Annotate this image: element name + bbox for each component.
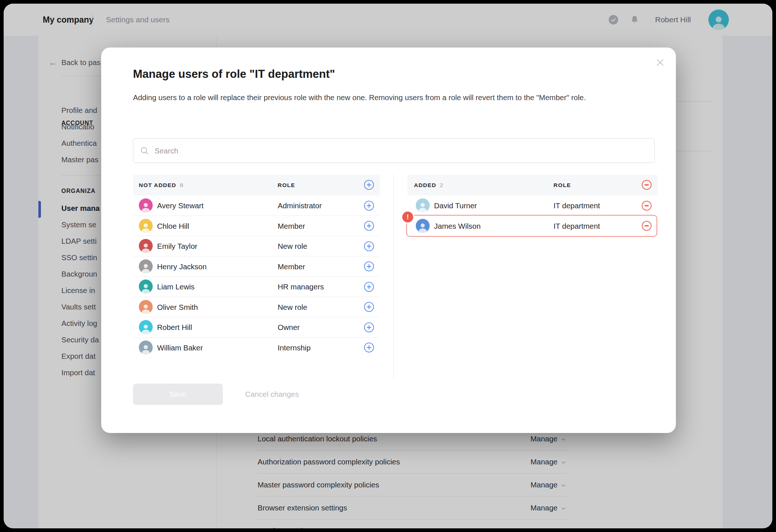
- user-role: Internship: [278, 338, 311, 358]
- user-row: William Baker Internship: [133, 338, 380, 358]
- added-count: 2: [440, 182, 443, 189]
- add-user-button[interactable]: [364, 261, 374, 271]
- user-name: Chloe Hill: [157, 216, 189, 236]
- role-column-header: ROLE: [554, 182, 571, 189]
- user-row: David Turner IT department: [407, 195, 658, 216]
- user-role: HR managers: [278, 277, 324, 297]
- user-name: Emily Taylor: [157, 236, 197, 256]
- add-user-button[interactable]: [364, 241, 374, 251]
- add-user-button[interactable]: [364, 221, 374, 231]
- search-box: [133, 138, 655, 163]
- user-row: Chloe Hill Member: [133, 216, 380, 236]
- app-window: My company Settings and users Robert Hil…: [4, 4, 772, 528]
- avatar: [139, 239, 153, 253]
- manage-role-users-dialog: Manage users of role "IT department" Add…: [101, 48, 676, 433]
- user-role: Administrator: [278, 195, 322, 216]
- avatar: [139, 341, 153, 354]
- user-name: Henry Jackson: [157, 256, 207, 277]
- user-role: Owner: [278, 317, 300, 337]
- search-input[interactable]: [154, 138, 651, 163]
- avatar: [139, 320, 153, 334]
- user-row: Oliver Smith New role: [133, 297, 380, 318]
- user-role: New role: [278, 236, 307, 256]
- cancel-changes-button[interactable]: Cancel changes: [245, 384, 299, 405]
- added-column: ADDED 2 ROLE David Turner IT department …: [407, 175, 658, 236]
- added-label: ADDED: [414, 182, 436, 189]
- avatar: [139, 280, 153, 293]
- user-name: James Wilson: [434, 216, 481, 236]
- add-user-button[interactable]: [364, 282, 374, 292]
- user-role: Member: [278, 256, 305, 277]
- add-user-button[interactable]: [364, 302, 374, 312]
- user-name: Oliver Smith: [157, 297, 198, 317]
- user-row: Robert Hill Owner: [133, 317, 380, 338]
- remove-all-button[interactable]: [642, 180, 652, 190]
- save-button[interactable]: Save: [133, 384, 223, 405]
- not-added-header: NOT ADDED 8 ROLE: [133, 175, 380, 195]
- dialog-description: Adding users to a role will replace thei…: [133, 91, 649, 104]
- avatar: [139, 198, 153, 212]
- columns-divider: [393, 175, 393, 378]
- user-name: Liam Lewis: [157, 277, 195, 297]
- user-name: William Baker: [157, 338, 203, 358]
- not-added-label: NOT ADDED: [139, 182, 176, 189]
- avatar: [416, 198, 430, 212]
- not-added-count: 8: [180, 182, 183, 189]
- add-user-button[interactable]: [364, 201, 374, 211]
- user-row: Liam Lewis HR managers: [133, 277, 380, 297]
- user-row: Henry Jackson Member: [133, 256, 380, 277]
- user-role: New role: [278, 297, 307, 317]
- user-row: Avery Stewart Administrator: [133, 195, 380, 216]
- user-row: Emily Taylor New role: [133, 236, 380, 256]
- user-row-flagged: James Wilson IT department: [407, 216, 658, 236]
- add-user-button[interactable]: [364, 322, 374, 332]
- add-user-button[interactable]: [364, 342, 374, 353]
- not-added-column: NOT ADDED 8 ROLE Avery Stewart Administr…: [133, 175, 380, 358]
- avatar: [139, 300, 153, 314]
- user-role: IT department: [554, 195, 600, 216]
- remove-user-button[interactable]: [642, 221, 652, 231]
- user-name: David Turner: [434, 195, 477, 216]
- add-all-button[interactable]: [364, 180, 374, 190]
- avatar: [416, 219, 430, 233]
- remove-user-button[interactable]: [642, 201, 652, 211]
- search-icon: [140, 146, 149, 156]
- user-role: Member: [278, 216, 305, 236]
- close-icon[interactable]: [655, 57, 666, 68]
- avatar: [139, 259, 153, 273]
- avatar: [139, 219, 153, 233]
- added-header: ADDED 2 ROLE: [407, 175, 658, 195]
- user-name: Avery Stewart: [157, 195, 203, 216]
- user-name: Robert Hill: [157, 317, 192, 337]
- role-column-header: ROLE: [278, 182, 295, 189]
- dialog-title: Manage users of role "IT department": [133, 68, 335, 81]
- user-role: IT department: [554, 216, 600, 236]
